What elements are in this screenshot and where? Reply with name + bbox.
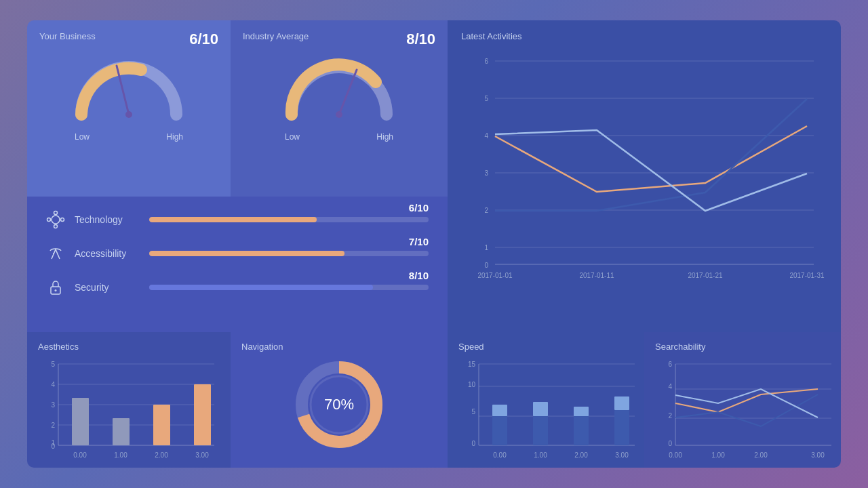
svg-text:3.00: 3.00 (811, 451, 825, 459)
navigation-panel: Navigation 70% (231, 332, 448, 468)
industry-gauge-low: Low (285, 132, 300, 142)
technology-label: Technology (75, 214, 149, 225)
your-business-score: 6/10 (189, 30, 218, 48)
metric-row-accessibility: Accessibility 7/10 (46, 244, 429, 263)
your-business-gauge: Low High (39, 47, 218, 142)
svg-point-22 (52, 216, 60, 224)
svg-point-25 (47, 218, 51, 222)
svg-point-27 (53, 253, 54, 254)
svg-text:1.00: 1.00 (114, 451, 127, 459)
security-label: Security (75, 282, 149, 293)
industry-gauge-high: High (376, 132, 393, 142)
industry-average-panel: Industry Average 8/10 Low High (231, 20, 448, 197)
aesthetics-panel: Aesthetics 5 4 3 2 1 0 (27, 332, 231, 468)
security-icon (46, 278, 65, 297)
technology-score: 6/10 (409, 202, 429, 214)
svg-text:70%: 70% (324, 396, 354, 413)
gauge-svg-your-biz (68, 47, 190, 128)
svg-text:5: 5 (471, 408, 475, 415)
metric-row-security: Security 8/10 (46, 278, 429, 297)
svg-text:3: 3 (484, 169, 488, 177)
navigation-donut: 70% (288, 354, 390, 455)
svg-text:15: 15 (468, 361, 476, 368)
gauge-svg-industry (278, 47, 400, 128)
speed-title: Speed (458, 342, 633, 352)
svg-text:1.00: 1.00 (534, 451, 547, 459)
svg-text:3.00: 3.00 (615, 451, 629, 459)
svg-text:6: 6 (668, 361, 672, 368)
svg-text:3: 3 (51, 401, 55, 409)
accessibility-bar-fill (149, 251, 344, 256)
svg-text:2: 2 (51, 422, 55, 429)
accessibility-icon (46, 244, 65, 263)
svg-text:10: 10 (468, 381, 476, 388)
technology-bar-fill (149, 217, 317, 222)
searchability-chart: 6 4 2 0 0.00 1.00 2.00 3.00 (655, 357, 837, 466)
svg-text:2017-01-21: 2017-01-21 (688, 272, 723, 279)
svg-text:4: 4 (51, 381, 55, 388)
svg-rect-66 (533, 402, 548, 416)
svg-point-26 (61, 218, 64, 222)
svg-point-1 (125, 111, 132, 118)
svg-text:1.00: 1.00 (711, 451, 725, 459)
metric-row-technology: Technology 6/10 (46, 210, 429, 229)
svg-rect-43 (113, 418, 130, 445)
technology-bar-bg (149, 217, 429, 222)
svg-point-3 (336, 111, 342, 118)
svg-text:2017-01-11: 2017-01-11 (579, 272, 614, 279)
svg-text:4: 4 (484, 132, 488, 140)
svg-rect-67 (574, 416, 589, 445)
svg-text:5: 5 (484, 95, 488, 102)
aesthetics-title: Aesthetics (38, 342, 220, 352)
svg-text:2.00: 2.00 (155, 451, 168, 459)
industry-score: 8/10 (406, 30, 435, 48)
svg-point-24 (54, 225, 58, 228)
navigation-donut-wrap: 70% (241, 357, 437, 452)
svg-text:2: 2 (668, 412, 672, 420)
metrics-panel: Technology 6/10 Accessibility 7/10 (27, 197, 448, 332)
svg-text:2.00: 2.00 (574, 451, 588, 459)
svg-rect-64 (492, 405, 507, 416)
svg-rect-42 (72, 398, 89, 445)
svg-text:4: 4 (668, 383, 672, 390)
svg-text:0: 0 (471, 440, 475, 447)
svg-text:0: 0 (668, 440, 672, 447)
svg-text:0.00: 0.00 (669, 451, 682, 459)
svg-text:6: 6 (484, 58, 488, 65)
svg-text:2017-01-01: 2017-01-01 (477, 272, 513, 279)
navigation-title: Navigation (241, 342, 437, 352)
svg-text:0.00: 0.00 (73, 451, 87, 459)
searchability-panel: Searchability 6 4 2 0 0.00 (644, 332, 841, 468)
security-bar-fill (149, 285, 373, 290)
svg-text:3.00: 3.00 (195, 451, 209, 459)
bottom-row: Aesthetics 5 4 3 2 1 0 (27, 332, 841, 468)
svg-rect-45 (194, 384, 211, 445)
svg-rect-69 (614, 410, 629, 445)
svg-rect-70 (614, 396, 629, 410)
svg-line-2 (339, 70, 357, 115)
svg-text:2017-01-31: 2017-01-31 (789, 272, 825, 279)
svg-rect-65 (533, 416, 548, 445)
your-business-panel: Your Business 6/10 Low High (27, 20, 231, 197)
gauge-low-label: Low (75, 132, 90, 142)
svg-rect-68 (574, 407, 589, 416)
technology-bar-wrap: 6/10 (149, 217, 429, 222)
security-bar-wrap: 8/10 (149, 285, 429, 290)
gauge-high-label: High (166, 132, 183, 142)
svg-text:5: 5 (51, 361, 55, 368)
industry-gauge: Low High (243, 47, 435, 142)
svg-point-23 (54, 211, 58, 215)
activities-chart: 6 5 4 3 2 1 0 2017-01-01 2017-01-11 2017… (461, 47, 827, 298)
technology-icon (46, 210, 65, 229)
speed-chart: 15 10 5 0 (458, 357, 640, 466)
svg-text:2.00: 2.00 (754, 451, 768, 459)
svg-text:2: 2 (484, 207, 488, 214)
accessibility-bar-bg (149, 251, 429, 256)
accessibility-label: Accessibility (75, 248, 149, 259)
searchability-title: Searchability (655, 342, 830, 352)
activities-title: Latest Activities (461, 31, 827, 41)
security-bar-bg (149, 285, 429, 290)
aesthetics-chart: 5 4 3 2 1 0 0.00 1.00 2.00 3. (38, 357, 220, 466)
industry-gauge-labels: Low High (285, 132, 393, 142)
svg-rect-63 (492, 416, 507, 445)
